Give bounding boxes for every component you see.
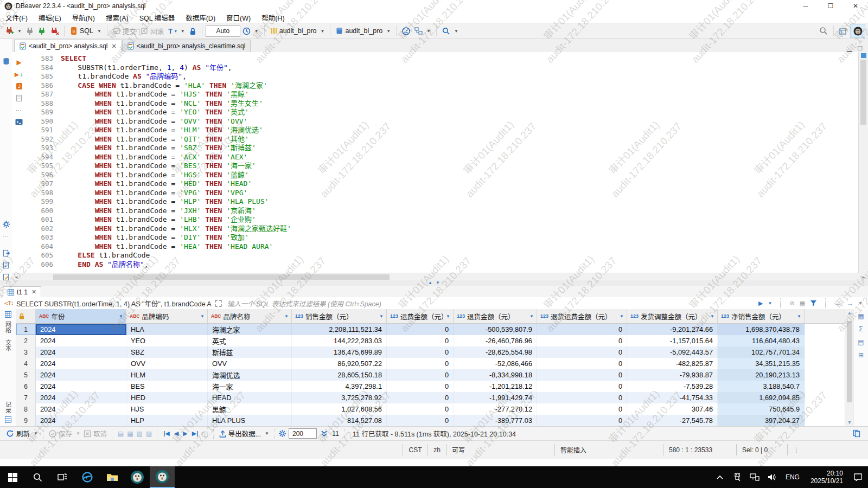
- grid-cell[interactable]: 2024: [36, 392, 126, 403]
- grid-cell[interactable]: 海澜优选: [208, 369, 292, 381]
- grid-cell[interactable]: 2024: [36, 403, 126, 415]
- column-header-6[interactable]: 123 退货运费金额（元） ▼: [537, 309, 627, 323]
- code-line[interactable]: 604 WHEN t1.brandCode = 'HEA' THEN 'HEAD…: [26, 242, 858, 252]
- grid-cell[interactable]: 2024: [36, 369, 126, 381]
- grid-cell[interactable]: HLP: [126, 415, 208, 426]
- grid-view-icon[interactable]: [5, 311, 11, 318]
- transaction-log-button[interactable]: ▼: [240, 24, 261, 37]
- code-line[interactable]: 589 WHEN t1.brandCode = 'YEO' THEN '英式': [26, 108, 858, 117]
- grid-cell[interactable]: 0: [387, 346, 454, 358]
- tray-chevron-icon[interactable]: [712, 466, 728, 488]
- code-line[interactable]: 583SELECT: [26, 54, 858, 63]
- menu-item-5[interactable]: 数据库(D): [180, 12, 221, 23]
- history-back-icon[interactable]: ←: [834, 299, 841, 307]
- maximize-button[interactable]: ☐: [818, 0, 843, 12]
- column-header-8[interactable]: 123 净销售金额（元） ▼: [718, 309, 805, 323]
- collapse-up-icon[interactable]: ▲: [428, 281, 432, 285]
- code-line[interactable]: 590 WHEN t1.brandCode = 'OVV' THEN 'OVV': [26, 117, 858, 126]
- grid-cell[interactable]: 34,351,215.35: [718, 358, 805, 369]
- grid-cell[interactable]: -482,825.87: [627, 358, 718, 369]
- code-line[interactable]: 605 ELSE t1.brandCode: [26, 251, 858, 260]
- scrollbar-thumb[interactable]: [53, 274, 390, 280]
- grid-cell[interactable]: 0: [537, 392, 627, 403]
- grid-cell[interactable]: -389,777.03: [454, 415, 537, 426]
- database-selector[interactable]: audit_bi_pro ▼: [334, 24, 393, 37]
- transaction-mode-select[interactable]: Auto: [206, 25, 240, 37]
- column-header-2[interactable]: ABC 品牌名称 ▼: [208, 309, 292, 323]
- record-mode-icon[interactable]: [5, 416, 11, 423]
- output-console-icon[interactable]: [12, 116, 26, 128]
- menu-item-3[interactable]: 搜索(A): [100, 12, 134, 23]
- table-row[interactable]: 72024HEDHEAD3,725,278.920-1,991,429.740-…: [16, 392, 845, 403]
- dropdown-caret-icon[interactable]: ▼: [426, 29, 431, 34]
- grid-cell[interactable]: 0: [537, 403, 627, 415]
- grid-cell[interactable]: 2024: [36, 415, 126, 426]
- table-row[interactable]: 22024YEO英式144,222,283.030-26,460,786.960…: [16, 335, 845, 346]
- grid-cell[interactable]: 英式: [208, 335, 292, 346]
- clear-filter-icon[interactable]: ⊘: [789, 300, 794, 307]
- grid-cell[interactable]: 2024: [36, 346, 126, 358]
- column-filter-caret-icon[interactable]: ▼: [379, 314, 384, 319]
- next-row-icon[interactable]: ▶: [181, 430, 189, 437]
- grid-cell[interactable]: -5,092,443.57: [627, 346, 718, 358]
- tab-analysis-cleartime-sql[interactable]: <audit_bi_pro> analysis_cleartime.sql: [122, 40, 251, 52]
- grid-cell[interactable]: 86,920,507.22: [292, 358, 387, 369]
- dropdown-caret-icon[interactable]: ▼: [17, 29, 22, 34]
- volume-tray-icon[interactable]: [764, 466, 780, 488]
- tab-close-icon[interactable]: ✕: [111, 43, 116, 50]
- column-filter-caret-icon[interactable]: ▼: [529, 314, 534, 319]
- previous-row-icon[interactable]: ◀: [172, 430, 181, 437]
- grid-cell[interactable]: SBZ: [126, 346, 208, 358]
- column-header-7[interactable]: 123 发货调整金额（元） ▼: [627, 309, 718, 323]
- explain-plan-icon[interactable]: [12, 92, 26, 104]
- save-button[interactable]: 保存 ▼: [47, 428, 82, 439]
- editor-results-sash[interactable]: ▲ ▼: [0, 280, 868, 286]
- code-line[interactable]: 588 WHEN t1.brandCode = 'NCL' THEN '男生女生…: [26, 99, 858, 108]
- editor-horizontal-scrollbar[interactable]: ◂ ▸: [12, 273, 868, 281]
- menu-item-1[interactable]: 编辑(E): [33, 12, 67, 23]
- row-number[interactable]: 8: [16, 403, 36, 415]
- grid-cell[interactable]: 0: [537, 415, 627, 426]
- grid-cell[interactable]: OVV: [126, 358, 208, 369]
- scrollbar-thumb[interactable]: [860, 60, 866, 125]
- grid-cell[interactable]: 750,645.9: [718, 403, 805, 415]
- grid-cell[interactable]: 0: [387, 415, 454, 426]
- code-line[interactable]: 587 WHEN t1.brandCode = 'HJS' THEN '黑鲸': [26, 90, 858, 99]
- settings-gear-icon[interactable]: [0, 218, 12, 230]
- row-number[interactable]: 2: [16, 335, 36, 346]
- grid-cell[interactable]: 4,397,298.1: [292, 381, 387, 392]
- grid-cell[interactable]: 102,757,701.34: [718, 346, 805, 358]
- go-to-row-icon[interactable]: ▢: [200, 430, 209, 438]
- duplicate-row-icon[interactable]: ▧: [135, 430, 144, 438]
- column-header-3[interactable]: 123 销售金额（元） ▼: [292, 309, 387, 323]
- grid-cell[interactable]: 0: [537, 358, 627, 369]
- grid-cell[interactable]: 2024: [36, 324, 126, 335]
- results-tab-t1[interactable]: t1 1 ✕: [3, 286, 41, 297]
- column-filter-caret-icon[interactable]: ▼: [710, 314, 714, 319]
- filter-funnel-icon[interactable]: [810, 300, 817, 306]
- grid-cell[interactable]: HED: [126, 392, 208, 403]
- grid-cell[interactable]: 0: [537, 369, 627, 381]
- row-number[interactable]: 7: [16, 392, 36, 403]
- grid-cell[interactable]: 3,188,540.7: [718, 381, 805, 392]
- menu-item-0[interactable]: 文件(F): [0, 12, 33, 23]
- grid-cell[interactable]: 0: [387, 403, 454, 415]
- references-panel-icon[interactable]: ⊞: [858, 351, 864, 359]
- dbeaver-perspective-button[interactable]: [850, 24, 865, 38]
- code-line[interactable]: 600 WHEN t1.brandCode = 'JXH' THEN '京新海': [26, 207, 858, 216]
- filter-placeholder[interactable]: 输入一个 SQL 表达式来过滤结果 (使用 Ctrl+Space): [227, 298, 381, 309]
- text-view-tab[interactable]: 文本: [4, 339, 12, 351]
- grid-cell[interactable]: 814,527.08: [292, 415, 387, 426]
- record-mode-tab[interactable]: 记录: [4, 401, 12, 413]
- column-header-4[interactable]: 123 运费金额（元） ▼: [387, 309, 454, 323]
- row-number[interactable]: 3: [16, 346, 36, 358]
- table-row[interactable]: 12024HLA海澜之家2,208,111,521.340-500,539,80…: [16, 324, 845, 335]
- add-row-icon[interactable]: ▦: [125, 430, 135, 438]
- grid-cell[interactable]: -500,539,807.9: [454, 324, 537, 335]
- network-button[interactable]: ▼: [412, 24, 433, 37]
- grid-cell[interactable]: -28,625,554.98: [454, 346, 537, 358]
- code-line[interactable]: 585 t1.brandCode AS "品牌编码",: [26, 72, 858, 81]
- dbeaver-taskbar-button-active[interactable]: [150, 466, 175, 488]
- edit-cell-icon[interactable]: ▤: [116, 430, 125, 438]
- grid-cell[interactable]: 136,475,699.89: [292, 346, 387, 358]
